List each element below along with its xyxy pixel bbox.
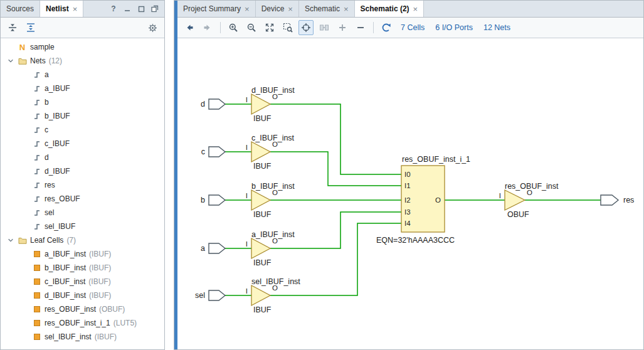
io-ports-count-link[interactable]: 6 I/O Ports [431,23,477,32]
cell-label: res_OBUF_inst_i_1 [45,319,110,327]
maximize-icon[interactable] [150,4,159,13]
close-icon[interactable]: × [344,5,349,13]
input-port-symbol[interactable] [209,99,225,109]
cell-item[interactable]: res_OBUF_inst_i_1(LUT5) [1,316,164,330]
input-port-symbol[interactable] [209,195,225,205]
cell-icon [32,334,41,340]
cell-item[interactable]: sel_IBUF_inst(IBUF) [1,330,164,344]
net-item[interactable]: res_OBUF [1,192,164,206]
chevron-down-icon[interactable] [7,237,14,243]
net-item[interactable]: b [1,95,164,109]
net-item[interactable]: a [1,68,164,82]
input-port-symbol[interactable] [209,243,225,253]
port-label: b [201,196,205,204]
net-icon [32,85,41,92]
forward-button[interactable] [200,20,215,35]
zoom-selection-button[interactable] [280,20,295,35]
obuf-symbol[interactable] [505,190,525,210]
ibuf-symbol[interactable] [251,142,270,162]
tree-root-sample[interactable]: N sample [1,40,164,54]
instance-name-label: res_OBUF_inst_i_1 [402,155,470,164]
input-port-symbol[interactable] [209,290,225,300]
regenerate-layout-button[interactable] [379,20,394,35]
pin-out-label: O [272,284,278,292]
tab-project-summary[interactable]: Project Summary × [177,1,256,17]
net-item[interactable]: d [1,151,164,164]
ibuf-symbol[interactable] [251,94,270,114]
pin-label: I1 [404,182,411,189]
net-label: b_IBUF [45,112,70,120]
net-item[interactable]: sel [1,206,164,220]
net-item[interactable]: b_IBUF [1,109,164,123]
zoom-out-button[interactable] [244,20,259,35]
remove-from-schematic-button[interactable] [353,20,368,35]
settings-button[interactable] [145,20,160,35]
net-icon [32,167,41,175]
minimize-icon[interactable] [123,4,132,13]
net-label: b [45,98,49,107]
input-port-symbol[interactable] [209,147,225,157]
close-icon[interactable]: × [73,5,78,13]
autofit-selection-button[interactable] [298,20,314,35]
collapse-all-button[interactable] [5,20,20,35]
expand-cone-button[interactable] [317,20,332,35]
net-item[interactable]: a_IBUF [1,82,164,95]
net-wire[interactable] [270,152,401,186]
cell-item[interactable]: d_IBUF_inst(IBUF) [1,289,164,302]
cell-icon [32,278,41,285]
zoom-selection-icon [283,23,293,33]
cell-item[interactable]: res_OBUF_inst(OBUF) [1,302,164,316]
float-icon[interactable] [137,4,145,13]
tree-group-nets[interactable]: Nets (12) [1,54,164,68]
chevron-down-icon[interactable] [7,58,14,64]
cell-type: (LUT5) [113,319,137,327]
back-button[interactable] [182,20,197,35]
output-port-symbol[interactable] [601,195,618,205]
net-item[interactable]: res [1,178,164,192]
tab-schematic-2[interactable]: Schematic (2) × [355,1,425,17]
close-icon[interactable]: × [288,5,293,13]
tab-netlist[interactable]: Netlist × [40,1,83,17]
pin-in-label: I [499,192,501,199]
cell-type: (IBUF) [89,250,111,258]
net-icon [32,181,41,189]
netlist-toolbar [1,18,164,38]
plus-icon [337,23,347,33]
expand-all-button[interactable] [23,20,38,35]
tab-sources[interactable]: Sources [1,1,40,17]
net-item[interactable]: sel_IBUF [1,220,164,233]
nets-count-link[interactable]: 12 Nets [480,23,514,32]
cell-item[interactable]: c_IBUF_inst(IBUF) [1,275,164,289]
panel-splitter[interactable] [165,0,174,350]
close-icon[interactable]: × [245,5,250,13]
ibuf-symbol[interactable] [251,238,270,258]
help-icon[interactable]: ? [109,4,118,13]
net-item[interactable]: d_IBUF [1,164,164,178]
cell-icon [32,306,41,312]
collapse-all-icon [8,23,18,33]
ibuf-symbol[interactable] [251,285,270,305]
cell-icon [32,265,41,271]
cells-count-link[interactable]: 7 Cells [397,23,428,32]
cell-label: res_OBUF_inst [45,305,96,314]
add-to-schematic-button[interactable] [335,20,350,35]
tree-group-leaf-cells[interactable]: Leaf Cells (7) [1,233,164,247]
net-icon [32,112,41,120]
net-item[interactable]: c_IBUF [1,137,164,151]
tab-device[interactable]: Device × [256,1,299,17]
net-label: a [45,70,49,79]
schematic-canvas[interactable]: d d_IBUF_inst I O IBUF c c_IBUF_inst I O… [177,38,643,349]
zoom-out-icon [246,23,256,33]
zoom-fit-button[interactable] [262,20,277,35]
cell-icon [32,251,41,257]
close-icon[interactable]: × [413,5,418,13]
cell-label: a_IBUF_inst [45,250,86,258]
panel-window-controls: ? [104,1,164,17]
net-item[interactable]: c [1,123,164,137]
cell-item[interactable]: a_IBUF_inst(IBUF) [1,247,164,261]
cell-item[interactable]: b_IBUF_inst(IBUF) [1,261,164,275]
ibuf-symbol[interactable] [251,190,270,210]
port-label: a [201,244,205,253]
zoom-in-button[interactable] [226,20,241,35]
tab-schematic[interactable]: Schematic × [299,1,355,17]
